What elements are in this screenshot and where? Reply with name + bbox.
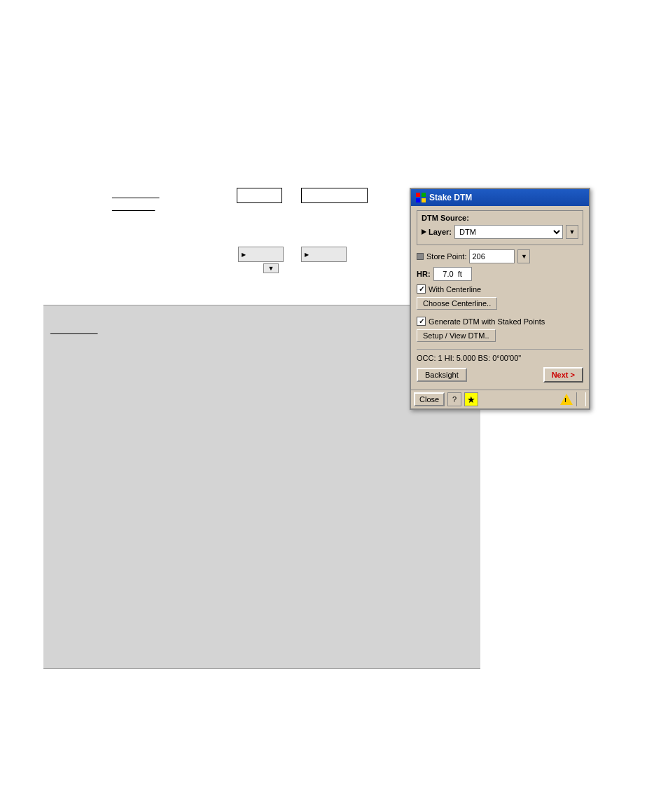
dialog-title: Stake DTM <box>429 193 472 202</box>
store-point-dropdown[interactable]: ▼ <box>517 249 530 263</box>
layer-row: Layer: DTM ▼ <box>422 225 578 239</box>
question-mark-icon: ? <box>452 395 457 404</box>
dialog-titlebar: Stake DTM <box>411 189 589 206</box>
hr-label: HR: <box>417 270 431 278</box>
status-text: OCC: 1 HI: 5.000 BS: 0°00'00" <box>417 352 583 364</box>
stake-dtm-dialog: Stake DTM DTM Source: Layer: DTM ▼ <box>410 188 590 410</box>
play-icon-2: ▶ <box>305 252 309 258</box>
generate-dtm-checkbox[interactable]: ✓ <box>417 317 426 326</box>
store-point-label: Store Point: <box>426 252 466 261</box>
dialog-bottom-bar: Close ? ★ <box>411 390 589 408</box>
alert-triangle <box>560 394 573 405</box>
next-button[interactable]: Next > <box>543 367 583 383</box>
toolbar-links: ___________ __________ <box>112 188 159 213</box>
close-button[interactable]: Close <box>414 392 445 406</box>
hr-row: HR: <box>417 267 583 281</box>
star-icon-symbol: ★ <box>467 394 475 405</box>
toolbar-link-2[interactable]: __________ <box>112 200 159 213</box>
bottom-panel-link[interactable]: ___________ <box>50 326 97 334</box>
backsight-button[interactable]: Backsight <box>417 368 467 382</box>
action-row: Backsight Next > <box>417 367 583 383</box>
with-centerline-label: With Centerline <box>429 285 481 294</box>
layer-field-label: Layer: <box>429 228 452 236</box>
alert-icon <box>559 392 573 406</box>
setup-view-dtm-button[interactable]: Setup / View DTM.. <box>417 329 496 342</box>
checkmark-icon: ✓ <box>419 285 424 293</box>
choose-centerline-button[interactable]: Choose Centerline.. <box>417 297 497 310</box>
scroll-up-area <box>576 392 586 406</box>
help-button[interactable]: ? <box>447 392 461 406</box>
svg-rect-1 <box>422 193 426 197</box>
dtm-source-section: DTM Source: Layer: DTM ▼ <box>417 210 583 245</box>
checkmark-icon-2: ✓ <box>419 317 424 325</box>
chevron-down-icon: ▼ <box>268 265 274 272</box>
dtm-source-label: DTM Source: <box>422 214 578 222</box>
dialog-body: DTM Source: Layer: DTM ▼ Store Point: <box>411 206 589 390</box>
svg-rect-0 <box>416 193 420 197</box>
toolbar-input-2[interactable] <box>301 188 368 203</box>
dropdown-arrow-btn[interactable]: ▼ <box>263 263 279 273</box>
play-button-1[interactable]: ▶ <box>238 247 284 262</box>
play-button-2[interactable]: ▶ <box>301 247 347 262</box>
svg-rect-2 <box>416 198 420 202</box>
separator-1 <box>417 349 583 350</box>
play-triangle-layer <box>422 229 426 235</box>
toolbar-input-1[interactable] <box>237 188 282 203</box>
with-centerline-row: ✓ With Centerline <box>417 284 583 294</box>
generate-dtm-row: ✓ Generate DTM with Staked Points <box>417 317 583 326</box>
store-point-icon <box>417 253 424 260</box>
play-icon-1: ▶ <box>242 252 246 258</box>
layer-select[interactable]: DTM <box>454 225 563 239</box>
with-centerline-checkbox[interactable]: ✓ <box>417 284 426 294</box>
layer-dropdown-btn[interactable]: ▼ <box>566 225 578 239</box>
toolbar-link-1[interactable]: ___________ <box>112 188 159 200</box>
generate-dtm-label: Generate DTM with Staked Points <box>429 317 545 326</box>
store-point-input[interactable] <box>469 249 515 263</box>
windows-logo-icon <box>415 192 426 203</box>
star-button[interactable]: ★ <box>464 392 478 406</box>
store-point-row: Store Point: ▼ <box>417 249 583 263</box>
hr-input[interactable] <box>433 267 472 281</box>
svg-rect-3 <box>422 198 426 202</box>
main-canvas: ___________ __________ ▶ ▶ ▼ ___________… <box>0 0 668 812</box>
